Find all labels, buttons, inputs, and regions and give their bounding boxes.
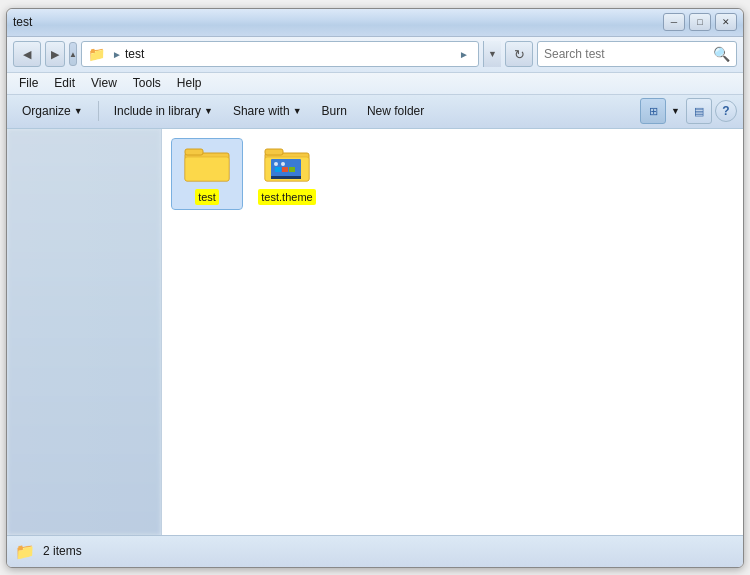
svg-rect-10	[275, 167, 281, 172]
up-button[interactable]: ▲	[69, 42, 77, 66]
refresh-icon: ↻	[514, 47, 525, 62]
toolbar-right: ⊞ ▼ ▤ ?	[640, 98, 737, 124]
search-box[interactable]: 🔍	[537, 41, 737, 67]
menu-view[interactable]: View	[83, 74, 125, 92]
file-area-inner: test	[162, 129, 743, 219]
close-button[interactable]: ✕	[715, 13, 737, 31]
view-grid-icon: ⊞	[649, 105, 658, 118]
svg-rect-4	[265, 149, 283, 155]
include-label: Include in library	[114, 104, 201, 118]
help-button[interactable]: ?	[715, 100, 737, 122]
dropdown-icon: ▼	[488, 49, 497, 59]
share-chevron: ▼	[293, 106, 302, 116]
pane-icon: ▤	[694, 105, 704, 118]
toolbar-separator-1	[98, 101, 99, 121]
refresh-button[interactable]: ↻	[505, 41, 533, 67]
organize-chevron: ▼	[74, 106, 83, 116]
include-chevron: ▼	[204, 106, 213, 116]
new-folder-label: New folder	[367, 104, 424, 118]
new-folder-button[interactable]: New folder	[358, 98, 433, 124]
back-icon: ◀	[23, 48, 31, 61]
window-title: test	[13, 15, 32, 29]
nav-panel	[7, 129, 162, 535]
status-bar: 📁 2 items	[7, 535, 743, 567]
folder-testtheme-icon	[263, 143, 311, 185]
nav-blurred-content	[7, 129, 161, 535]
forward-button[interactable]: ▶	[45, 41, 65, 67]
help-icon: ?	[722, 104, 729, 118]
menu-help[interactable]: Help	[169, 74, 210, 92]
svg-rect-2	[185, 157, 229, 181]
address-dropdown[interactable]: ▼	[483, 41, 501, 67]
search-input[interactable]	[544, 47, 713, 61]
share-with-button[interactable]: Share with ▼	[224, 98, 311, 124]
svg-point-9	[281, 162, 285, 166]
burn-label: Burn	[322, 104, 347, 118]
up-icon: ▲	[69, 50, 77, 59]
address-bar-row: ◀ ▶ ▲ 📁 ► test ► ▼ ↻ 🔍	[7, 37, 743, 73]
menu-file[interactable]: File	[11, 74, 46, 92]
status-count: 2 items	[43, 544, 82, 558]
burn-button[interactable]: Burn	[313, 98, 356, 124]
menu-bar: File Edit View Tools Help	[7, 73, 743, 95]
svg-point-8	[274, 162, 278, 166]
organize-label: Organize	[22, 104, 71, 118]
toolbar: Organize ▼ Include in library ▼ Share wi…	[7, 95, 743, 129]
status-folder-icon: 📁	[15, 542, 35, 561]
view-toggle-button[interactable]: ⊞	[640, 98, 666, 124]
minimize-button[interactable]: ─	[663, 13, 685, 31]
address-arrow: ►	[112, 49, 122, 60]
svg-rect-1	[185, 149, 203, 155]
forward-icon: ▶	[51, 48, 59, 61]
file-item-test[interactable]: test	[172, 139, 242, 209]
file-item-testtheme[interactable]: test.theme	[252, 139, 322, 209]
file-area[interactable]: test	[162, 129, 743, 535]
main-area: test	[7, 129, 743, 535]
svg-rect-7	[271, 176, 301, 179]
back-button[interactable]: ◀	[13, 41, 41, 67]
include-library-button[interactable]: Include in library ▼	[105, 98, 222, 124]
organize-button[interactable]: Organize ▼	[13, 98, 92, 124]
svg-rect-12	[289, 167, 295, 172]
title-bar: test ─ □ ✕	[7, 9, 743, 37]
search-icon[interactable]: 🔍	[713, 46, 730, 62]
svg-rect-11	[282, 167, 288, 172]
folder-icon: 📁	[88, 46, 105, 62]
preview-pane-button[interactable]: ▤	[686, 98, 712, 124]
address-path: test	[125, 47, 456, 61]
explorer-window: test ─ □ ✕ ◀ ▶ ▲ 📁 ► test ► ▼ ↻	[6, 8, 744, 568]
view-chevron: ▼	[671, 106, 680, 116]
address-arrow2: ►	[459, 49, 469, 60]
share-label: Share with	[233, 104, 290, 118]
file-label-test: test	[195, 189, 219, 205]
view-dropdown[interactable]: ▼	[669, 98, 683, 124]
maximize-button[interactable]: □	[689, 13, 711, 31]
folder-test-icon	[183, 143, 231, 185]
window-controls: ─ □ ✕	[663, 13, 737, 31]
menu-tools[interactable]: Tools	[125, 74, 169, 92]
menu-edit[interactable]: Edit	[46, 74, 83, 92]
nav-panel-scroll[interactable]	[7, 129, 161, 535]
file-label-testtheme: test.theme	[258, 189, 315, 205]
address-box[interactable]: 📁 ► test ►	[81, 41, 479, 67]
